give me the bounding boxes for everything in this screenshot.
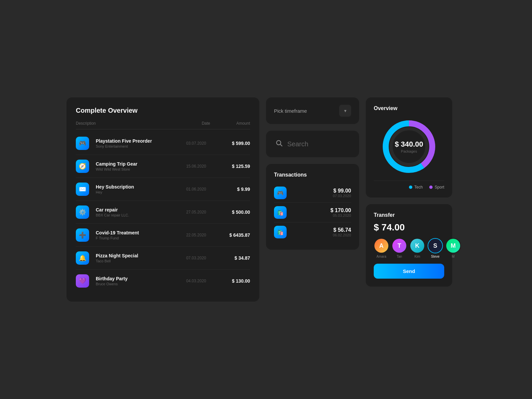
avatar-item[interactable]: T Tan — [392, 238, 407, 258]
tx-date: 15.06.2020 — [166, 164, 206, 169]
transfer-card: Transfer $ 74.00 A Amara T Tan K Kim S S… — [366, 204, 452, 287]
mini-tx-row: 🎮 $ 99.00 07.03.2020 — [274, 183, 351, 203]
avatar-placeholder: K — [410, 239, 424, 253]
table-row: 🧭 Camping Trip Gear Wild Wild West Store… — [76, 155, 250, 178]
tx-info: Car repair BBX Car repair LLC. — [96, 207, 162, 217]
avatar-name: M — [452, 255, 455, 258]
col-date: Date — [170, 121, 210, 126]
tx-icon: ✉️ — [76, 183, 89, 196]
legend-tech: Tech — [409, 185, 423, 190]
timeframe-dropdown-button[interactable]: ▾ — [339, 105, 351, 117]
avatar[interactable]: S — [428, 238, 443, 253]
tx-info: Pizza Night Special Taco Bell — [96, 253, 162, 263]
avatar-placeholder: S — [428, 239, 442, 253]
mini-tx-date: 06.02.2020 — [333, 233, 351, 237]
chart-subtitle: Packages — [395, 149, 423, 153]
avatar-item[interactable]: M M — [446, 238, 461, 258]
mini-tx-icon: 🎮 — [274, 187, 287, 199]
chart-card: Overview $ 340.00 Packages — [366, 97, 452, 198]
chart-legend: Tech Sport — [374, 181, 444, 190]
mini-tx-date: 07.03.2020 — [333, 194, 351, 198]
search-input[interactable] — [287, 140, 350, 148]
chart-title: Overview — [374, 105, 444, 111]
mini-tx-right: $ 99.00 07.03.2020 — [333, 188, 351, 198]
tx-date: 27.05.2020 — [166, 210, 206, 214]
chart-amount: $ 340.00 — [395, 140, 423, 149]
tx-icon: 🔔 — [76, 251, 89, 265]
avatar[interactable]: K — [410, 238, 425, 253]
tx-info: Covid-19 Treatment F Trump Fund — [96, 230, 162, 240]
mini-tx-date: 05.03.2020 — [331, 213, 351, 217]
donut-center: $ 340.00 Packages — [395, 140, 423, 153]
table-row: 🎮 Playstation Five Preorder Sony Enterta… — [76, 132, 250, 155]
donut-chart: $ 340.00 Packages — [374, 117, 444, 177]
table-row: ✉️ Hey Subscription Hey 01.06.2020 $ 9.9… — [76, 178, 250, 201]
legend-sport-label: Sport — [435, 185, 444, 190]
tx-subtitle: Hey — [96, 190, 162, 194]
transactions-card: Transactions 🎮 $ 99.00 07.03.2020 🛍️ $ 1… — [266, 164, 359, 250]
mini-tx-row: 🛍️ $ 56.74 06.02.2020 — [274, 222, 351, 242]
avatar-placeholder: T — [392, 239, 406, 253]
legend-tech-label: Tech — [414, 185, 423, 190]
tx-subtitle: Sony Entertainment — [96, 144, 162, 148]
tx-icon: 🎮 — [76, 137, 89, 150]
avatar-item[interactable]: K Kim — [410, 238, 425, 258]
avatar-item[interactable]: S Steve — [428, 238, 443, 258]
mini-tx-amount: $ 56.74 — [333, 227, 351, 233]
col-amount: Amount — [210, 121, 250, 126]
mini-transaction-list: 🎮 $ 99.00 07.03.2020 🛍️ $ 170.00 05.03.2… — [274, 183, 351, 242]
tx-title: Birthday Party — [96, 276, 162, 281]
mini-tx-amount: $ 170.00 — [331, 207, 351, 213]
mini-tx-row: 🛍️ $ 170.00 05.03.2020 — [274, 203, 351, 222]
mini-tx-amount: $ 99.00 — [333, 188, 351, 194]
avatars-row: A Amara T Tan K Kim S Steve M M — [374, 238, 444, 258]
table-header: Description Date Amount — [76, 121, 250, 129]
table-row: 🔔 Pizza Night Special Taco Bell 07.03.20… — [76, 247, 250, 270]
mini-tx-icon: 🛍️ — [274, 226, 287, 238]
legend-dot-tech — [409, 186, 412, 189]
tx-info: Birthday Party Bruce Owens — [96, 276, 162, 286]
transactions-title: Transactions — [274, 172, 351, 178]
tx-date: 04.03.2020 — [166, 279, 206, 283]
timeframe-card[interactable]: Pick timeframe ▾ — [266, 97, 359, 124]
tx-amount: $ 34.87 — [210, 255, 250, 261]
tx-amount: $ 9.99 — [210, 187, 250, 192]
tx-subtitle: F Trump Fund — [96, 236, 162, 240]
tx-icon: ⚙️ — [76, 205, 89, 219]
tx-subtitle: BBX Car repair LLC. — [96, 213, 162, 217]
tx-info: Hey Subscription Hey — [96, 184, 162, 194]
send-button[interactable]: Send — [374, 264, 444, 279]
search-card — [266, 131, 359, 157]
avatar-item[interactable]: A Amara — [374, 238, 389, 258]
tx-subtitle: Bruce Owens — [96, 282, 162, 286]
tx-title: Car repair — [96, 207, 162, 212]
mini-tx-icon: 🛍️ — [274, 206, 287, 219]
avatar[interactable]: M — [446, 238, 461, 253]
table-row: 💜 Birthday Party Bruce Owens 04.03.2020 … — [76, 270, 250, 292]
transfer-title: Transfer — [374, 212, 444, 218]
avatar[interactable]: T — [392, 238, 407, 253]
tx-icon: 🧭 — [76, 160, 89, 173]
tx-icon: ➕ — [76, 228, 89, 242]
tx-title: Playstation Five Preorder — [96, 138, 162, 144]
avatar-name: Steve — [431, 255, 440, 258]
svg-line-1 — [280, 144, 282, 146]
avatar-placeholder: A — [374, 239, 388, 253]
mini-tx-right: $ 56.74 06.02.2020 — [333, 227, 351, 237]
tx-title: Camping Trip Gear — [96, 161, 162, 167]
tx-subtitle: Wild Wild West Store — [96, 167, 162, 171]
avatar-name: Kim — [414, 255, 420, 258]
avatar[interactable]: A — [374, 238, 389, 253]
table-row: ➕ Covid-19 Treatment F Trump Fund 22.05.… — [76, 224, 250, 247]
tx-subtitle: Taco Bell — [96, 259, 162, 263]
transaction-list: 🎮 Playstation Five Preorder Sony Enterta… — [76, 132, 250, 292]
tx-title: Hey Subscription — [96, 184, 162, 190]
overview-title: Complete Overview — [76, 107, 250, 114]
tx-date: 03.07.2020 — [166, 141, 206, 146]
tx-amount: $ 599.00 — [210, 141, 250, 146]
tx-amount: $ 6435.87 — [210, 232, 250, 238]
tx-date: 07.03.2020 — [166, 256, 206, 260]
legend-dot-sport — [429, 186, 433, 189]
tx-info: Playstation Five Preorder Sony Entertain… — [96, 138, 162, 148]
right-column: Overview $ 340.00 Packages — [366, 97, 452, 302]
